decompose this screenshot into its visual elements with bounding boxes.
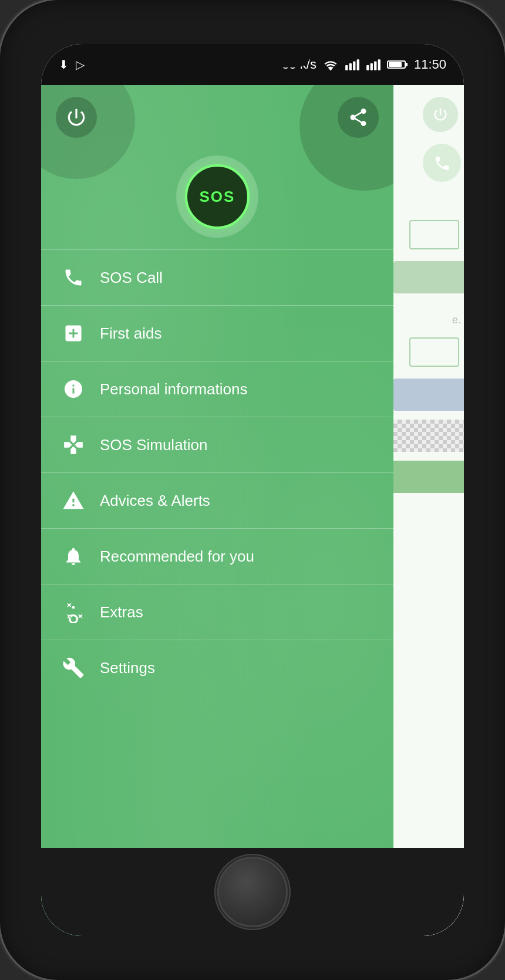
wrench-icon bbox=[59, 653, 88, 682]
sparkle-icon bbox=[59, 597, 88, 627]
gamepad-icon bbox=[59, 430, 88, 459]
sos-simulation-label: SOS Simulation bbox=[100, 436, 208, 454]
notch bbox=[194, 44, 311, 67]
svg-rect-10 bbox=[389, 62, 402, 67]
top-buttons bbox=[41, 85, 393, 150]
phone-screen: ⬇ ▷ 85 k/s bbox=[41, 44, 464, 936]
share-button[interactable] bbox=[338, 97, 379, 138]
svg-rect-5 bbox=[371, 63, 373, 70]
sos-label: SOS bbox=[200, 188, 235, 206]
menu-item-recommended[interactable]: Recommended for you bbox=[41, 528, 393, 584]
bell-icon bbox=[59, 542, 88, 571]
sos-container: SOS bbox=[41, 150, 393, 249]
warning-icon bbox=[59, 486, 88, 515]
phone-frame: ⬇ ▷ 85 k/s bbox=[0, 0, 505, 980]
svg-rect-0 bbox=[345, 65, 348, 70]
menu-items-list: SOS Call First aids bbox=[41, 249, 393, 695]
first-aids-label: First aids bbox=[100, 325, 161, 343]
power-icon bbox=[65, 106, 87, 129]
music-icon: ▷ bbox=[76, 58, 85, 72]
svg-rect-1 bbox=[349, 63, 352, 70]
home-button-area bbox=[41, 848, 464, 936]
sos-call-label: SOS Call bbox=[100, 269, 163, 287]
info-icon bbox=[59, 374, 88, 404]
phone-icon bbox=[59, 263, 88, 292]
sos-outer-ring: SOS bbox=[176, 156, 258, 238]
menu-item-extras[interactable]: Extras bbox=[41, 584, 393, 640]
right-green-block bbox=[393, 461, 464, 493]
right-rect2 bbox=[409, 337, 459, 367]
menu-item-advices-alerts[interactable]: Advices & Alerts bbox=[41, 472, 393, 528]
recommended-label: Recommended for you bbox=[100, 548, 254, 566]
menu-panel: SOS SOS Call bbox=[41, 85, 393, 936]
menu-item-sos-call[interactable]: SOS Call bbox=[41, 249, 393, 305]
svg-rect-2 bbox=[353, 62, 355, 70]
signal-icon bbox=[345, 58, 360, 71]
share-icon bbox=[348, 107, 369, 128]
signal2-icon bbox=[366, 58, 381, 71]
sos-button[interactable]: SOS bbox=[185, 164, 250, 229]
firstaid-icon bbox=[59, 319, 88, 348]
svg-rect-9 bbox=[405, 63, 408, 66]
svg-rect-3 bbox=[357, 59, 359, 70]
wifi-icon bbox=[322, 58, 339, 71]
right-rect1 bbox=[409, 220, 459, 249]
extras-label: Extras bbox=[100, 603, 143, 621]
menu-item-first-aids[interactable]: First aids bbox=[41, 305, 393, 361]
right-block2 bbox=[393, 379, 464, 411]
right-panel: e. bbox=[393, 85, 464, 936]
svg-rect-4 bbox=[366, 65, 369, 70]
right-phone-icon[interactable] bbox=[423, 144, 461, 182]
power-button[interactable] bbox=[56, 97, 97, 138]
svg-rect-6 bbox=[374, 62, 376, 70]
right-text: e. bbox=[452, 314, 461, 326]
menu-item-settings[interactable]: Settings bbox=[41, 640, 393, 695]
personal-info-label: Personal informations bbox=[100, 380, 247, 398]
download-icon: ⬇ bbox=[59, 58, 69, 72]
svg-rect-7 bbox=[378, 59, 381, 70]
right-block1 bbox=[393, 261, 464, 293]
right-power-icon bbox=[432, 106, 449, 123]
clock: 11:50 bbox=[414, 57, 446, 72]
settings-label: Settings bbox=[100, 659, 155, 677]
screen-content: SOS SOS Call bbox=[41, 85, 464, 936]
right-checker bbox=[393, 420, 464, 452]
status-bar-left: ⬇ ▷ bbox=[59, 58, 85, 72]
menu-item-sos-simulation[interactable]: SOS Simulation bbox=[41, 417, 393, 472]
home-button[interactable] bbox=[217, 857, 288, 927]
right-power-button[interactable] bbox=[423, 97, 458, 132]
menu-item-personal-info[interactable]: Personal informations bbox=[41, 361, 393, 417]
battery-icon bbox=[387, 58, 408, 71]
advices-alerts-label: Advices & Alerts bbox=[100, 492, 210, 510]
